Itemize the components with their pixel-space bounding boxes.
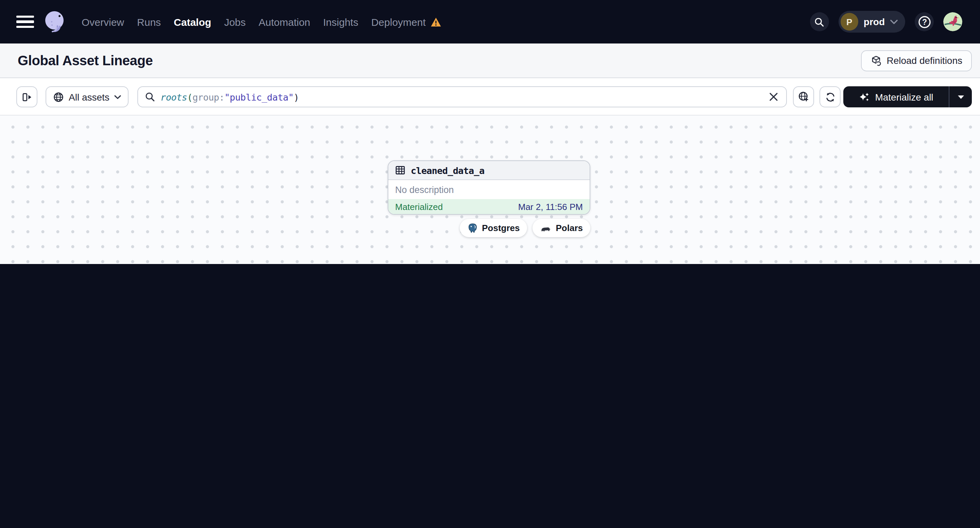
asset-filter-input[interactable]: roots(group:"public_data") [137, 86, 787, 107]
globe-icon [53, 91, 64, 102]
sparkles-icon [859, 91, 870, 102]
view-settings-button[interactable] [793, 86, 814, 107]
primary-nav: Overview Runs Catalog Jobs Automation In… [82, 16, 441, 27]
reload-definitions-icon [870, 55, 882, 66]
polars-badge[interactable]: Polars [533, 219, 591, 237]
globe-plus-icon [798, 91, 809, 103]
asset-filter-query: roots(group:"public_data") [161, 91, 762, 102]
app-root: Overview Runs Catalog Jobs Automation In… [0, 0, 980, 264]
asset-badges: Postgres Polars [388, 219, 590, 237]
materialize-split-button: Materialize all [843, 86, 972, 107]
environment-name: prod [864, 16, 885, 27]
nav-item-overview[interactable]: Overview [82, 16, 124, 27]
chevron-down-icon [890, 19, 898, 24]
chevron-down-icon [114, 95, 121, 99]
asset-timestamp: Mar 2, 11:56 PM [518, 201, 583, 212]
nav-item-automation[interactable]: Automation [259, 16, 310, 27]
reload-definitions-label: Reload definitions [886, 55, 963, 66]
open-sidebar-button[interactable] [16, 86, 37, 107]
asset-scope-label: All assets [69, 91, 110, 102]
nav-item-jobs[interactable]: Jobs [224, 16, 245, 27]
asset-name: cleaned_data_a [411, 165, 484, 176]
panel-toggle-icon [21, 91, 32, 102]
environment-switcher[interactable]: P prod [838, 11, 905, 33]
lineage-toolbar: All assets roots(group:"public_data") [0, 78, 980, 116]
title-bar: Global Asset Lineage Reload definitions [0, 43, 980, 78]
nav-item-insights[interactable]: Insights [323, 16, 358, 27]
top-nav: Overview Runs Catalog Jobs Automation In… [0, 0, 980, 43]
search-icon[interactable] [810, 12, 829, 31]
materialize-all-button[interactable]: Materialize all [843, 86, 949, 107]
nav-item-deployment[interactable]: Deployment [371, 16, 441, 27]
postgres-badge[interactable]: Postgres [460, 219, 527, 237]
caret-down-icon [957, 95, 964, 99]
asset-status: Materialized [395, 201, 443, 212]
dagster-logo-icon [41, 9, 67, 35]
asset-node-header: cleaned_data_a [388, 161, 590, 180]
asset-scope-dropdown[interactable]: All assets [46, 86, 129, 107]
menu-icon[interactable] [16, 13, 34, 30]
clear-icon [769, 92, 778, 101]
canvas-backdrop: cleaned_data_a No description Materializ… [0, 116, 980, 264]
materialize-options-button[interactable] [950, 86, 972, 107]
clear-query-button[interactable] [768, 91, 780, 103]
materialize-all-label: Materialize all [875, 91, 933, 102]
help-icon[interactable]: ? [915, 12, 934, 31]
avatar[interactable] [943, 12, 963, 31]
warning-icon [431, 17, 441, 27]
refresh-icon [825, 91, 835, 102]
asset-node-cleaned-data-a[interactable]: cleaned_data_a No description Materializ… [388, 160, 590, 215]
asset-status-bar: Materialized Mar 2, 11:56 PM [388, 199, 590, 214]
refresh-button[interactable] [819, 86, 841, 107]
polars-icon [540, 223, 552, 233]
svg-text:?: ? [922, 17, 927, 26]
postgres-icon [467, 222, 478, 233]
page-title: Global Asset Lineage [18, 53, 153, 68]
nav-item-catalog[interactable]: Catalog [174, 16, 211, 27]
lineage-canvas[interactable]: cleaned_data_a No description Materializ… [0, 116, 980, 264]
dagster-logo[interactable] [41, 8, 68, 35]
search-icon [145, 92, 155, 102]
nav-right: P prod ? [810, 11, 963, 33]
reload-definitions-button[interactable]: Reload definitions [861, 50, 972, 71]
table-icon [395, 165, 405, 175]
nav-item-runs[interactable]: Runs [137, 16, 161, 27]
asset-description: No description [388, 180, 590, 199]
environment-avatar: P [841, 13, 858, 30]
